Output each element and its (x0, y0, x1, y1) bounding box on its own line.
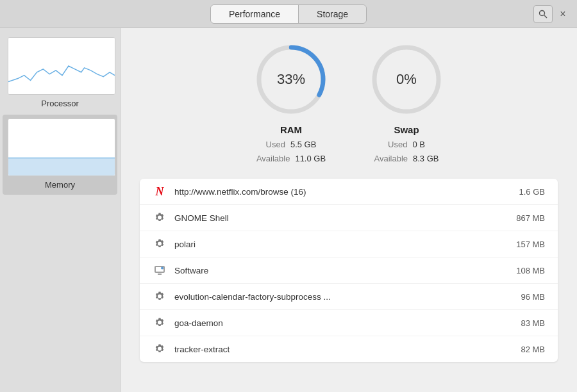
process-name: GNOME Shell (174, 213, 500, 223)
swap-used-value: 0 B (412, 138, 425, 152)
swap-used-label: Used (388, 138, 407, 152)
process-name: evolution-calendar-factory-subprocess ..… (174, 292, 500, 302)
list-item[interactable]: GNOME Shell 867 MB (140, 205, 558, 231)
memory-label: Memory (8, 179, 112, 191)
swap-percent: 0% (396, 71, 417, 88)
process-list: N http://www.netflix.com/browse (16) 1.6… (140, 179, 558, 362)
process-name: http://www.netflix.com/browse (16) (174, 187, 500, 197)
tab-performance[interactable]: Performance (211, 5, 299, 23)
list-item[interactable]: evolution-calendar-factory-subprocess ..… (140, 284, 558, 310)
ram-gauge: 33% RAM Used 5.5 GB Available 11.0 GB (253, 41, 330, 166)
list-item[interactable]: N http://www.netflix.com/browse (16) 1.6… (140, 179, 558, 205)
tab-group: Performance Storage (210, 4, 367, 24)
ram-available-label: Available (256, 152, 290, 166)
process-size: 867 MB (500, 213, 545, 223)
process-size: 96 MB (500, 292, 545, 302)
processor-label: Processor (8, 97, 112, 110)
ram-used-label: Used (266, 138, 285, 152)
swap-ring: 0% (368, 41, 445, 118)
process-size: 82 MB (500, 345, 545, 354)
ram-percent: 33% (277, 71, 305, 88)
process-size: 83 MB (500, 318, 545, 328)
list-item[interactable]: tracker-extract 82 MB (140, 336, 558, 362)
software-icon (153, 263, 167, 277)
processor-preview (8, 37, 115, 95)
ram-stats: Used 5.5 GB Available 11.0 GB (256, 138, 326, 166)
swap-gauge: 0% Swap Used 0 B Available 8.3 GB (368, 41, 445, 166)
gear-icon (153, 237, 167, 251)
close-button[interactable]: × (556, 8, 569, 20)
netflix-icon: N (153, 184, 167, 199)
svg-point-0 (540, 10, 545, 15)
swap-title: Swap (394, 124, 419, 135)
swap-available-value: 8.3 GB (413, 152, 439, 166)
swap-available-label: Available (374, 152, 408, 166)
process-size: 1.6 GB (500, 187, 545, 197)
sidebar: Processor Memory (0, 28, 121, 392)
tab-storage[interactable]: Storage (299, 5, 366, 23)
svg-rect-11 (158, 274, 162, 275)
ram-title: RAM (280, 124, 302, 135)
gear-icon (153, 316, 167, 330)
process-name: tracker-extract (174, 345, 500, 354)
search-button[interactable] (533, 5, 553, 23)
gear-icon (153, 290, 167, 304)
svg-line-1 (544, 15, 547, 18)
process-name: polari (174, 240, 500, 249)
process-name: Software (174, 266, 500, 275)
svg-marker-4 (8, 158, 115, 176)
process-name: goa-daemon (174, 318, 500, 328)
process-size: 108 MB (500, 266, 545, 275)
sidebar-item-memory[interactable]: Memory (3, 115, 117, 195)
swap-stats: Used 0 B Available 8.3 GB (374, 138, 439, 166)
svg-rect-2 (8, 38, 115, 94)
gear-icon (153, 211, 167, 225)
list-item[interactable]: goa-daemon 83 MB (140, 310, 558, 336)
process-size: 157 MB (500, 240, 545, 249)
ram-ring: 33% (253, 41, 330, 118)
titlebar: Performance Storage × (0, 0, 577, 28)
ram-available-value: 11.0 GB (295, 152, 326, 166)
sidebar-item-processor[interactable]: Processor (3, 33, 117, 113)
ram-used-value: 5.5 GB (290, 138, 316, 152)
list-item[interactable]: Software 108 MB (140, 257, 558, 284)
gear-icon (153, 342, 167, 356)
main-content: Processor Memory (0, 28, 577, 392)
processor-graph (8, 38, 115, 94)
main-panel: 33% RAM Used 5.5 GB Available 11.0 GB (121, 28, 577, 392)
list-item[interactable]: polari 157 MB (140, 231, 558, 257)
titlebar-controls: × (533, 5, 569, 23)
search-icon (539, 10, 548, 19)
gauges-row: 33% RAM Used 5.5 GB Available 11.0 GB (253, 41, 445, 166)
memory-graph (8, 119, 115, 176)
memory-preview (8, 118, 115, 176)
